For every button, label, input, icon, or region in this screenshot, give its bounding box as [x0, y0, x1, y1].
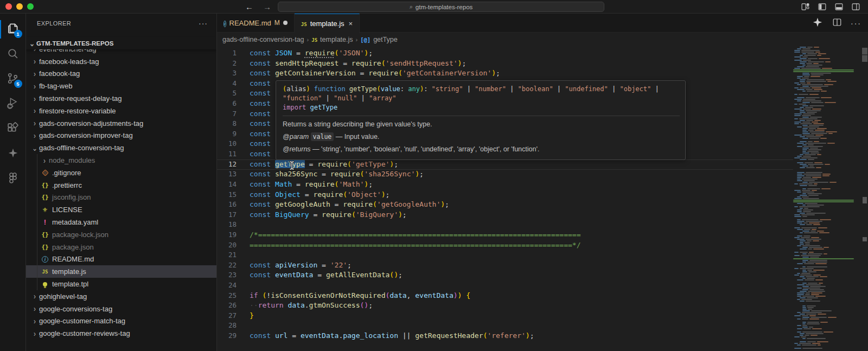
window-controls [5, 3, 34, 10]
tree-item-package-lock.json[interactable]: {}package-lock.json [26, 228, 216, 241]
code-line-28: 28 [217, 321, 793, 331]
code-line-22: 22 const apiVersion = '22'; [217, 260, 793, 271]
hover-description: Returns a string describing the given va… [283, 120, 680, 128]
chevron-right-icon: › [30, 304, 39, 313]
explorer-sidebar: EXPLORER ··· ⌄ GTM-TEMPLATES-REPOS ›even… [26, 14, 217, 351]
js-icon: JS [40, 269, 50, 275]
breadcrumb-item[interactable]: gads-offline-conversion-tag [222, 36, 304, 43]
sidebar-right-icon[interactable] [851, 2, 860, 11]
chevron-right-icon: › [30, 329, 39, 338]
tree-item-gads-conversion-improver-tag[interactable]: ›gads-conversion-improver-tag [26, 130, 216, 142]
chevron-right-icon: › [30, 69, 39, 78]
search-icon: ⌕ [410, 3, 413, 10]
activity-item-chat[interactable] [0, 142, 26, 167]
sparkle-icon [7, 147, 19, 161]
dirty-indicator[interactable] [283, 21, 288, 25]
activity-item-source-control[interactable]: 5 [0, 67, 26, 92]
activity-item-explorer[interactable]: 1 [0, 17, 26, 42]
tree-item-facebook-leads-tag[interactable]: ›facebook-leads-tag [26, 55, 216, 68]
file-tree: ›event-enricher-tag›facebook-leads-tag›f… [26, 48, 216, 351]
braces-icon: {} [40, 182, 50, 189]
tree-item-gads-conversion-adjustments-tag[interactable]: ›gads-conversion-adjustments-tag [26, 117, 216, 130]
sidebar-left-icon[interactable] [818, 2, 827, 11]
activity-item-figma[interactable] [0, 167, 26, 192]
back-button[interactable]: ← [245, 2, 253, 11]
code-line-1: 1 const JSON = require('JSON'); [217, 48, 793, 59]
badge: 5 [14, 80, 22, 88]
param-name-chip: value [311, 132, 334, 141]
maximize-window-button[interactable] [27, 3, 34, 10]
debug-icon [6, 97, 20, 112]
braces-icon: {} [40, 194, 50, 201]
figma-icon [7, 171, 20, 187]
tree-item-.prettierrc[interactable]: {}.prettierrc [26, 179, 216, 192]
chevron-right-icon: › [30, 131, 39, 140]
tab-README.md[interactable]: i README.md M [217, 14, 295, 32]
command-center-search[interactable]: ⌕ gtm-templates-repos [278, 2, 604, 12]
tab-template.js[interactable]: JS template.js × [295, 14, 360, 33]
extensions-icon [6, 122, 20, 137]
tree-item-metadata.yaml[interactable]: !metadata.yaml [26, 216, 216, 228]
hover-param-line: @param value — Input value. [283, 133, 680, 141]
activity-item-run-debug[interactable] [0, 92, 26, 117]
breadcrumb-item[interactable]: getType [373, 36, 397, 43]
split-editor-icon[interactable] [832, 17, 842, 29]
minimize-window-button[interactable] [16, 3, 23, 10]
activity-item-extensions[interactable] [0, 117, 26, 142]
tree-item-firestore-request-delay-tag[interactable]: ›firestore-request-delay-tag [26, 92, 216, 105]
explorer-more-actions-button[interactable]: ··· [199, 19, 208, 28]
code-line-24: 24 [217, 280, 793, 291]
vscode-window: ← → ⌕ gtm-templates-repos 1 5 [0, 0, 868, 351]
code-line-26: 26 ··return data.gtmOnSuccess(); [217, 301, 793, 311]
minimap[interactable] [793, 47, 861, 351]
layout-icon[interactable] [801, 2, 810, 11]
sparkle-icon[interactable] [812, 16, 824, 30]
scrollbar-thumb[interactable] [862, 48, 867, 62]
code-line-23: 23 const eventData = getAllEventData(); [217, 270, 793, 280]
code-line-17: 17 const BigQuery = require('BigQuery'); [217, 210, 793, 220]
panel-bottom-icon[interactable] [834, 2, 844, 11]
tree-item-facebook-tag[interactable]: ›facebook-tag [26, 68, 216, 80]
code-line-16: 16 const getGoogleAuth = require('getGoo… [217, 200, 793, 210]
tree-item-google-customer-match-tag[interactable]: ›google-customer-match-tag [26, 315, 216, 328]
tree-item-template.js[interactable]: JStemplate.js [26, 265, 216, 278]
chevron-down-icon: ⌄ [29, 39, 35, 48]
close-tab-icon[interactable]: × [349, 20, 353, 28]
editor-group: i README.md M JS template.js ×··· gads-o… [217, 14, 868, 351]
chevron-down-icon: ⌄ [30, 144, 39, 152]
symbol-variable-icon: [@] [360, 36, 371, 43]
tree-item-jsconfig.json[interactable]: {}jsconfig.json [26, 192, 216, 204]
text-cursor-icon [288, 160, 296, 171]
code-line-25: 25 if (!isConsentGivenOrNotRequired(data… [217, 291, 793, 301]
code-line-2: 2 const sendHttpRequest = require('sendH… [217, 59, 793, 69]
bulb-icon [40, 282, 50, 286]
tree-item-.gitignore[interactable]: .gitignore [26, 167, 216, 179]
code-line-15: 15 const Object = require('Object'); [217, 190, 793, 200]
explorer-title: EXPLORER [37, 20, 71, 27]
tree-item-package.json[interactable]: {}package.json [26, 241, 216, 253]
chevron-right-icon: › [30, 82, 39, 91]
tree-item-google-conversions-tag[interactable]: ›google-conversions-tag [26, 303, 216, 315]
badge: 1 [14, 30, 22, 38]
chevron-right-icon: › [30, 94, 39, 103]
tree-item-firestore-restore-variable[interactable]: ›firestore-restore-variable [26, 105, 216, 117]
tree-item-LICENSE[interactable]: ⚜LICENSE [26, 203, 216, 216]
tree-item-node_modules[interactable]: ›node_modules [26, 154, 216, 167]
hover-tooltip: (alias) function getType(value: any): "s… [276, 80, 686, 160]
tree-item-gohighlevel-tag[interactable]: ›gohighlevel-tag [26, 290, 216, 303]
activity-item-search[interactable] [0, 42, 26, 67]
tree-item-template.tpl[interactable]: template.tpl [26, 278, 216, 290]
tree-item-google-customer-reviews-tag[interactable]: ›google-customer-reviews-tag [26, 327, 216, 340]
workspace-section-header[interactable]: ⌄ GTM-TEMPLATES-REPOS [26, 37, 216, 49]
yaml-icon: ! [40, 218, 50, 226]
title-bar: ← → ⌕ gtm-templates-repos [0, 0, 868, 14]
hover-returns-line: @returns — 'string', 'number', 'boolean'… [283, 145, 680, 153]
breadcrumb-item[interactable]: template.js [320, 36, 353, 43]
tree-item-gads-offline-conversion-tag[interactable]: ⌄gads-offline-conversion-tag [26, 142, 216, 154]
editor-scrollbar[interactable] [861, 47, 868, 351]
close-window-button[interactable] [5, 3, 12, 10]
tree-item-README.md[interactable]: iREADME.md [26, 253, 216, 266]
forward-button[interactable]: → [263, 2, 271, 11]
more-icon[interactable]: ··· [851, 18, 861, 28]
tree-item-fb-tag-web[interactable]: ›fb-tag-web [26, 80, 216, 92]
